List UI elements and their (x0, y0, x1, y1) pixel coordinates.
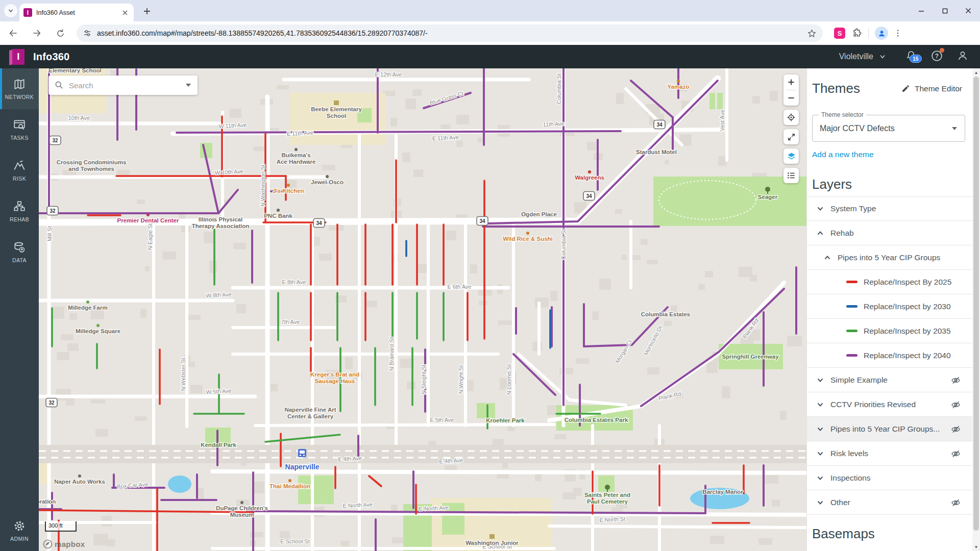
tab-search-button[interactable] (4, 4, 17, 17)
reload-button[interactable] (52, 25, 68, 41)
layer-group-row[interactable]: Simple Example (807, 368, 972, 392)
person-icon (877, 29, 886, 38)
scrollbar-thumb[interactable] (973, 77, 979, 531)
sidebar-item-rehab[interactable]: REHAB (0, 191, 39, 232)
address-bar[interactable]: asset.info360.com/map#/map/streets/-88.1… (77, 24, 823, 42)
visibility-off-icon[interactable] (951, 449, 961, 459)
mapbox-wordmark: mapbox (55, 540, 85, 548)
poi-label: PNC Bank (264, 213, 292, 219)
sidebar-item-data[interactable]: DATA (0, 232, 39, 272)
layer-expand-toggle[interactable] (823, 254, 831, 262)
poi-label: Naperville Fine ArtCenter & Gallery (284, 407, 336, 419)
sidebar-item-admin[interactable]: ADMIN (0, 510, 39, 551)
layer-expand-toggle[interactable] (816, 376, 824, 384)
forward-button[interactable] (29, 25, 45, 41)
poi-label: Ogden Place (521, 211, 557, 217)
mapbox-logo-icon (43, 539, 53, 549)
visibility-off-icon[interactable] (951, 424, 961, 434)
chevron-down-icon (816, 474, 824, 482)
layer-expand-toggle[interactable] (816, 474, 824, 482)
layer-group-row[interactable]: Risk levels (807, 441, 972, 466)
browser-tab[interactable]: I Info360 Asset (19, 4, 134, 21)
layers-title: Layers (812, 177, 972, 192)
layer-expand-toggle[interactable] (816, 229, 824, 237)
zoom-out-button[interactable] (783, 90, 799, 106)
legend-button[interactable] (783, 168, 799, 183)
map-controls (783, 74, 799, 183)
layer-group-row[interactable]: Rehab (807, 221, 972, 245)
info360-logo[interactable]: I (9, 49, 24, 65)
street-label: E 6th Ave (448, 284, 472, 290)
url-text[interactable]: asset.info360.com/map#/map/streets/-88.1… (97, 29, 807, 37)
visibility-off-icon[interactable] (951, 498, 961, 508)
zoom-in-button[interactable] (783, 74, 799, 90)
sidebar-item-label: RISK (13, 176, 26, 182)
legend-item[interactable]: Replace/Inspect by 2030 (807, 294, 972, 319)
visibility-off-icon[interactable] (951, 375, 961, 385)
new-tab-button[interactable] (141, 5, 153, 17)
theme-editor-button[interactable]: Theme Editor (901, 84, 962, 93)
legend-label: Replace/Inspect by 2030 (864, 302, 951, 311)
tab-close-button[interactable] (120, 8, 130, 17)
layers-button[interactable] (783, 148, 799, 164)
legend-item[interactable]: Replace/Inspect By 2025 (807, 270, 972, 294)
window-close-button[interactable] (957, 0, 980, 21)
panel-scrollbar[interactable]: ▲ ▼ (972, 68, 980, 551)
theme-selector[interactable]: Theme selector Major CCTV Defects (812, 115, 965, 142)
layer-expand-toggle[interactable] (816, 449, 824, 458)
layer-expand-toggle[interactable] (816, 400, 824, 409)
street-label: N Washington St (260, 165, 266, 207)
browser-menu-kebab-icon[interactable] (893, 29, 902, 38)
scrollbar-down-arrow[interactable]: ▼ (972, 543, 980, 551)
chevron-down-icon (7, 7, 14, 14)
search-input[interactable] (69, 81, 185, 90)
window-maximize-button[interactable] (933, 0, 957, 21)
profile-avatar[interactable] (875, 27, 888, 40)
map-canvas[interactable]: 32323234343434E 12th Ave10th AveBlue Gra… (39, 68, 806, 551)
bookmark-star-icon[interactable] (807, 29, 817, 38)
map-scale-bar: 300 ft (45, 521, 77, 532)
add-theme-link[interactable]: Add a new theme (812, 150, 874, 159)
street-label: 10th Ave (68, 115, 90, 121)
layer-expand-toggle[interactable] (816, 498, 824, 507)
layer-expand-toggle[interactable] (816, 425, 824, 433)
poi-label: Barclay Manor (702, 489, 743, 495)
notifications-button[interactable]: 15 (905, 49, 917, 64)
minus-icon (787, 94, 795, 102)
sidebar-item-network[interactable]: NETWORK (0, 68, 39, 109)
browser-toolbar: asset.info360.com/map#/map/streets/-88.1… (0, 21, 980, 45)
layer-group-row[interactable]: Other (807, 490, 972, 515)
scrollbar-up-arrow[interactable]: ▲ (972, 68, 980, 77)
sidebar-item-tasks[interactable]: TASKS (0, 109, 39, 150)
layer-group-row[interactable]: CCTV Priorities Revised (807, 392, 972, 417)
layer-group-row[interactable]: Inspections (807, 466, 972, 490)
layer-group-row[interactable]: Pipes into 5 Year CIP Groups... (807, 417, 972, 441)
search-dropdown-caret-icon[interactable] (185, 83, 191, 87)
window-minimize-button[interactable] (910, 0, 933, 21)
pencil-icon (901, 84, 910, 93)
poi-label: Walgreens (575, 174, 604, 181)
layer-group-row[interactable]: System Type (807, 196, 972, 221)
layer-expand-toggle[interactable] (816, 205, 824, 213)
geolocate-button[interactable] (783, 110, 799, 125)
visibility-off-icon[interactable] (951, 400, 961, 410)
site-info-icon[interactable] (83, 29, 92, 38)
legend-item[interactable]: Replace/Inspect by 2035 (807, 319, 972, 343)
street-label: E 5th Ave (430, 417, 454, 423)
legend-item[interactable]: Replace/Inspect by 2040 (807, 343, 972, 368)
help-button[interactable]: ? (930, 49, 943, 64)
svg-text:34: 34 (656, 122, 663, 128)
extensions-puzzle-icon[interactable] (851, 28, 862, 39)
fullscreen-button[interactable] (783, 129, 799, 144)
close-icon (122, 10, 128, 16)
sidebar-item-label: REHAB (10, 216, 29, 222)
sidebar-item-risk[interactable]: RISK (0, 150, 39, 191)
user-menu-button[interactable] (957, 49, 969, 64)
tenant-selector[interactable]: Violetville (839, 52, 887, 61)
mapbox-attribution[interactable]: mapbox (43, 539, 85, 549)
back-button[interactable] (5, 25, 21, 41)
layer-group-row[interactable]: Pipes into 5 Year CIP Groups (807, 245, 972, 270)
chevron-up-icon (823, 254, 831, 262)
map-search-box[interactable] (48, 76, 198, 95)
pinned-extension-icon[interactable]: S (834, 28, 845, 39)
